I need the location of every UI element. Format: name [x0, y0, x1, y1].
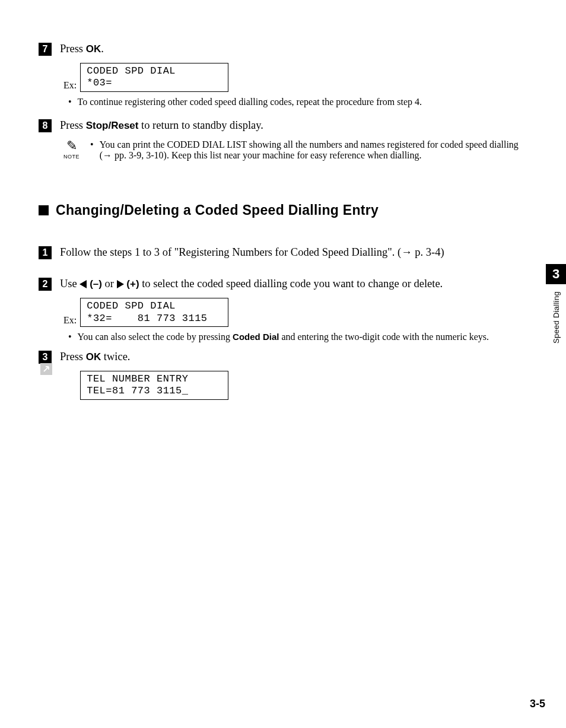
note-icon: ✎ [66, 139, 77, 152]
step1-text: Follow the steps 1 to 3 of "Registering … [60, 245, 444, 260]
step8-note-text: You can print the CODED DIAL LIST showin… [100, 139, 527, 161]
step-number-2: 2 [39, 278, 52, 291]
step-number-7: 7 [39, 43, 52, 56]
side-tab-number: 3 [546, 264, 566, 284]
step2-bullet-pre: You can also select the code by pressing [78, 332, 233, 342]
step-number-1: 1 [39, 246, 52, 259]
step2-minus: (–) [87, 278, 102, 290]
step8-pre: Press [60, 119, 86, 131]
step3-text: Press OK twice. [60, 349, 131, 365]
side-tab-label: Speed Dialling [552, 291, 561, 344]
step-8-text: Press Stop/Reset to return to standby di… [60, 118, 263, 133]
step2-pre: Use [60, 278, 80, 290]
bullet-icon: • [68, 97, 72, 107]
step2-plus: (+) [124, 278, 139, 290]
step2-display: CODED SPD DIAL *32= 81 773 3115 [80, 298, 228, 327]
step7-ex-label: Ex: [63, 80, 77, 92]
step2-bullet: You can also select the code by pressing… [78, 332, 489, 342]
step8-bold: Stop/Reset [86, 120, 139, 131]
step3-bold: OK [86, 351, 101, 363]
left-arrow-icon [80, 280, 87, 288]
section-title: Changing/Deleting a Coded Speed Dialling… [56, 202, 379, 218]
bullet-icon: • [90, 139, 94, 161]
side-tab: 3 Speed Dialling [546, 264, 566, 344]
section-square-icon [39, 205, 49, 215]
step7-pre: Press [60, 43, 86, 55]
step3-pre: Press [60, 351, 86, 363]
note-label: NOTE [63, 154, 80, 160]
step7-bullet: To continue registering other coded spee… [78, 97, 422, 107]
step-7-text: Press OK. [60, 42, 104, 57]
right-arrow-icon [117, 280, 124, 288]
step-number-3: 3 [39, 351, 52, 364]
step2-or: or [102, 278, 117, 290]
step2-bullet-post: and entering the two-digit code with the… [279, 332, 489, 342]
goto-arrow-icon [40, 363, 52, 375]
step2-bullet-bold: Coded Dial [233, 332, 279, 342]
step7-display: CODED SPD DIAL *03= [80, 63, 228, 92]
page-number: 3-5 [530, 698, 545, 710]
step7-bold: OK [86, 43, 101, 55]
step3-post: twice. [101, 351, 130, 363]
step-number-8: 8 [39, 119, 52, 132]
step3-display: TEL NUMBER ENTRY TEL=81 773 3115_ [80, 371, 228, 400]
step2-ex-label: Ex: [63, 315, 77, 327]
step8-post: to return to standby display. [138, 119, 263, 131]
step2-text: Use (–) or (+) to select the coded speed… [60, 276, 443, 292]
bullet-icon: • [68, 332, 72, 342]
step7-post: . [101, 43, 104, 55]
step2-post: to select the coded speed dialling code … [139, 278, 443, 290]
